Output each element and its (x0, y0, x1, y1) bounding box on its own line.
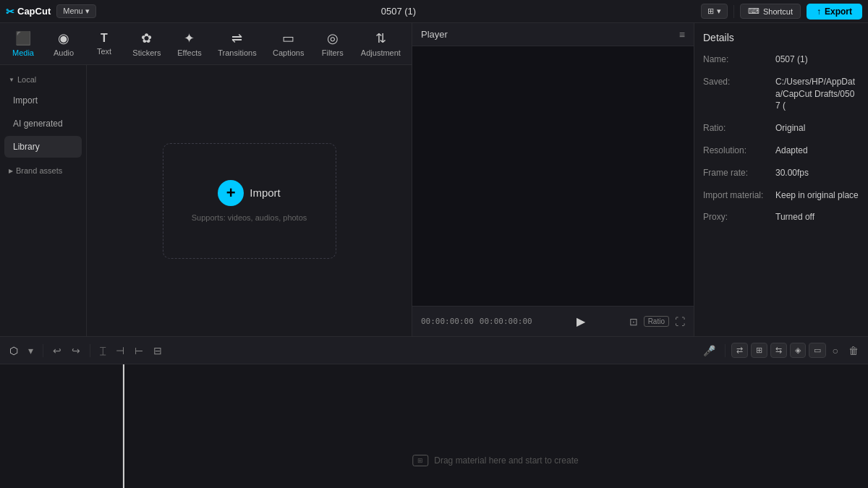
brand-arrow-icon: ▶ (9, 168, 13, 174)
redo-button[interactable]: ↪ (68, 342, 84, 359)
playhead-diamond (123, 364, 127, 366)
menu-button[interactable]: Menu ▾ (56, 4, 96, 18)
arrow-icon: ▼ (9, 77, 14, 83)
sidebar-ai-label: AI generated (13, 119, 63, 129)
import-plus-button[interactable]: + (218, 180, 244, 206)
transitions-icon: ⇌ (231, 30, 242, 46)
link-icon: ⇆ (775, 346, 782, 355)
stickers-icon: ✿ (141, 30, 152, 46)
sidebar-brand-label: Brand assets (16, 166, 62, 175)
tool-stickers[interactable]: ✿ Stickers (124, 26, 169, 61)
tool-filters[interactable]: ◎ Filters (312, 26, 353, 61)
undo-button[interactable]: ↩ (49, 342, 65, 359)
fullscreen-icon[interactable]: ⛶ (675, 316, 685, 328)
video-track-icon: ⊞ (756, 346, 762, 355)
left-panel: ⬛ Media ◉ Audio T Text ✿ Stickers ✦ Effe… (0, 23, 412, 336)
detail-saved-row: Saved: C:/Users/HP/AppData/CapCut Drafts… (703, 76, 859, 112)
sidebar-library-label: Library (13, 142, 40, 152)
audio-sync-icon: ◈ (795, 346, 801, 355)
tool-transitions[interactable]: ⇌ Transitions (210, 26, 265, 61)
detail-saved-value: C:/Users/HP/AppData/CapCut Drafts/0507 ( (775, 76, 859, 112)
keyboard-icon: ⌨ (748, 7, 760, 16)
app-name: CapCut (17, 6, 51, 17)
tool-audio[interactable]: ◉ Audio (43, 26, 84, 61)
view-mode-arrow: ▾ (717, 7, 721, 16)
timeline-right-controls: 🎤 ⇄ ⊞ ⇆ ◈ ▭ ○ 🗑 (699, 342, 862, 359)
delete-button[interactable]: ⊟ (150, 342, 166, 359)
sidebar-local-section[interactable]: ▼ Local (0, 71, 86, 88)
tool-media[interactable]: ⬛ Media (3, 26, 43, 61)
drag-hint-icon: ⊞ (412, 455, 428, 466)
view-mode-button[interactable]: ⊞ ▾ (701, 4, 728, 19)
player-title: Player (421, 29, 448, 40)
detail-framerate-row: Frame rate: 30.00fps (703, 167, 859, 179)
filters-icon: ◎ (327, 30, 339, 46)
export-button[interactable]: ↑ Export (807, 4, 862, 20)
import-label: Import (250, 187, 281, 199)
sidebar-item-import[interactable]: Import (4, 90, 82, 111)
audio-sync-button[interactable]: ◈ (790, 343, 806, 358)
media-drop-area: + Import Supports: videos, audios, photo… (87, 65, 412, 336)
project-title: 0507 (1) (102, 6, 695, 17)
capcut-logo-icon: ✂ (6, 6, 14, 17)
timeline-body: ⊞ Drag material here and start to create (0, 364, 868, 488)
ratio-badge[interactable]: Ratio (644, 316, 669, 327)
import-box[interactable]: + Import Supports: videos, audios, photo… (163, 143, 336, 259)
drag-hint-text: Drag material here and start to create (434, 455, 578, 466)
selection-tool-dropdown[interactable]: ▾ (25, 342, 37, 359)
player-controls: 00:00:00:00 00:00:00:00 ▶ ⊡ Ratio ⛶ (412, 306, 694, 336)
player-menu-icon[interactable]: ≡ (679, 29, 685, 40)
circle-btn[interactable]: ○ (829, 342, 842, 359)
tool-captions[interactable]: ▭ Captions (265, 26, 312, 61)
separator-r1 (725, 344, 726, 357)
mic-button[interactable]: 🎤 (699, 342, 719, 359)
player-panel: Player ≡ 00:00:00:00 00:00:00:00 ▶ ⊡ Rat… (412, 23, 694, 336)
trash-button[interactable]: 🗑 (845, 342, 862, 359)
timeline-tracks[interactable]: ⊞ Drag material here and start to create (123, 364, 868, 488)
player-header: Player ≡ (412, 23, 694, 46)
export-icon: ↑ (817, 7, 821, 17)
grid-icon: ⊞ (707, 7, 714, 16)
detail-proxy-value: Turned off (775, 211, 814, 223)
detail-resolution-label: Resolution: (703, 145, 775, 157)
caption-track-button[interactable]: ▭ (809, 343, 826, 358)
tool-effects[interactable]: ✦ Effects (169, 26, 210, 61)
shortcut-button[interactable]: ⌨ Shortcut (740, 4, 801, 19)
details-panel: Details Name: 0507 (1) Saved: C:/Users/H… (694, 23, 868, 336)
separator-2 (90, 344, 90, 357)
detail-name-row: Name: 0507 (1) (703, 53, 859, 66)
detail-name-value: 0507 (1) (775, 53, 808, 66)
trim-end-button[interactable]: ⊢ (131, 342, 147, 359)
sidebar: ▼ Local Import AI generated Library ▶ Br… (0, 65, 87, 336)
selection-tool-button[interactable]: ⬡ (6, 342, 22, 359)
main-track-button[interactable]: ⇄ (731, 343, 748, 358)
detail-resolution-value: Adapted (775, 145, 808, 157)
zoom-fit-icon[interactable]: ⊡ (629, 316, 638, 328)
play-button[interactable]: ▶ (576, 314, 585, 328)
tool-adjustment[interactable]: ⇅ Adjustment (353, 26, 409, 61)
link-button[interactable]: ⇆ (770, 343, 787, 358)
sidebar-item-ai-generated[interactable]: AI generated (4, 113, 82, 134)
player-right-controls: ⊡ Ratio ⛶ (629, 316, 685, 328)
import-main: + Import (218, 180, 281, 206)
detail-ratio-value: Original (775, 122, 805, 134)
detail-saved-label: Saved: (703, 76, 775, 112)
video-track-button[interactable]: ⊞ (751, 343, 767, 358)
separator (733, 5, 734, 18)
trim-start-button[interactable]: ⊣ (112, 342, 128, 359)
sidebar-item-library[interactable]: Library (4, 136, 82, 158)
top-bar: ✂ CapCut Menu ▾ 0507 (1) ⊞ ▾ ⌨ Shortcut … (0, 0, 868, 23)
playhead-line (123, 364, 124, 488)
detail-import-material-row: Import material: Keep in original place (703, 189, 859, 202)
main-layout: ⬛ Media ◉ Audio T Text ✿ Stickers ✦ Effe… (0, 23, 868, 336)
tool-text[interactable]: T Text (84, 27, 124, 60)
detail-proxy-label: Proxy: (703, 211, 775, 223)
time-current: 00:00:00:00 (421, 317, 474, 326)
text-icon: T (101, 32, 108, 45)
adjustment-icon: ⇅ (375, 30, 386, 46)
detail-proxy-row: Proxy: Turned off (703, 211, 859, 223)
main-track-icon: ⇄ (736, 346, 743, 355)
sidebar-brand-section[interactable]: ▶ Brand assets (0, 162, 86, 179)
logo-area: ✂ CapCut (6, 6, 51, 17)
split-button[interactable]: ⌶ (96, 342, 109, 359)
